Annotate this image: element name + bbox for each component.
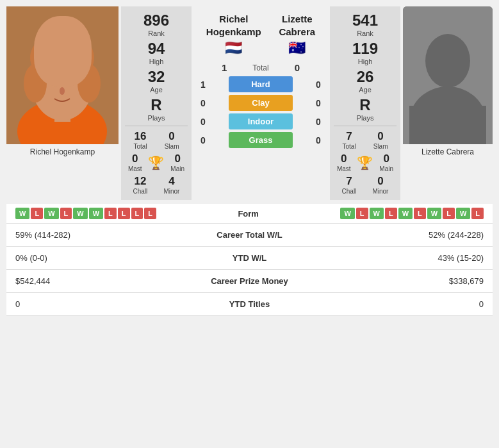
form-badge-w: W (370, 208, 384, 219)
left-form-badges: WLWLWWLLLL (15, 208, 156, 219)
form-badge-l: L (131, 208, 143, 219)
surface-button-grass[interactable]: Grass (229, 132, 293, 148)
surface-btn-wrap: Clay (212, 95, 309, 111)
left-high-label: High (125, 58, 188, 65)
total-left-num: 1 (222, 62, 227, 73)
surface-right-score: 0 (309, 98, 327, 108)
right-main-block: 0 Main (379, 153, 393, 172)
right-chall-label: Chall (342, 188, 357, 195)
stats-right-value: 0 (345, 293, 493, 316)
left-mast-label: Mast (128, 165, 142, 172)
right-total-block: 7 Total (343, 130, 356, 150)
form-badge-l: L (356, 208, 368, 219)
left-player-photo (6, 6, 119, 144)
surface-button-indoor[interactable]: Indoor (229, 113, 293, 129)
svg-point-9 (67, 79, 76, 85)
left-high-block: 94 High (125, 40, 188, 65)
right-player-header-name: Lizette Cabrera (279, 13, 315, 38)
right-minor-label: Minor (372, 188, 388, 195)
stats-table: 59% (414-282) Career Total W/L 52% (244-… (6, 224, 493, 316)
stats-table-row: $542,444 Career Prize Money $338,679 (6, 270, 493, 293)
surface-table: 1 Hard 0 0 Clay 0 0 Indoor 0 0 Grass 0 (194, 76, 327, 151)
right-age-block: 26 Age (334, 68, 397, 94)
left-plays-label: Plays (125, 114, 188, 122)
left-rank-value: 896 (125, 12, 188, 29)
form-badge-l: L (31, 208, 43, 219)
surface-btn-wrap: Hard (212, 76, 309, 92)
total-center-label: Total (252, 63, 268, 72)
right-player-name-below: Lizette Cabrera (403, 144, 493, 156)
left-player-photo-col: Richel Hogenkamp (6, 6, 119, 200)
left-mast-value: 0 (128, 153, 142, 165)
right-total-slam-row: 7 Total 0 Slam (334, 130, 397, 150)
stats-left-value: 0 (6, 293, 154, 316)
surface-btn-wrap: Grass (212, 132, 309, 148)
right-form-badges: WLWLWLWLWL (340, 208, 484, 219)
left-total-slam-row: 16 Total 0 Slam (125, 130, 188, 150)
form-badge-w: W (73, 208, 87, 219)
left-mast-block: 0 Mast (128, 153, 142, 172)
left-player-header: Richel Hogenkamp 🇳🇱 (206, 13, 261, 56)
left-chall-block: 12 Chall (133, 175, 148, 195)
left-slam-label: Slam (165, 143, 179, 150)
form-badge-w: W (44, 208, 58, 219)
left-player-flag: 🇳🇱 (206, 40, 261, 56)
surface-right-score: 0 (309, 117, 327, 127)
form-badge-w: W (340, 208, 354, 219)
left-chall-label: Chall (133, 188, 148, 195)
right-plays-label: Plays (334, 114, 397, 122)
right-player-svg (403, 6, 493, 144)
stats-table-row: 0 YTD Titles 0 (6, 293, 493, 316)
surface-row-hard: 1 Hard 0 (194, 76, 327, 92)
left-main-label: Main (170, 165, 184, 172)
right-chall-block: 7 Chall (342, 175, 357, 195)
form-badge-w: W (398, 208, 413, 219)
right-rank-label: Rank (334, 29, 397, 37)
right-rank-value: 541 (334, 12, 397, 29)
surface-button-clay[interactable]: Clay (229, 95, 293, 111)
left-slam-block: 0 Slam (165, 130, 179, 150)
surface-left-score: 1 (194, 79, 212, 90)
right-trophy-icon: 🏆 (357, 155, 373, 170)
surface-row-clay: 0 Clay 0 (194, 95, 327, 111)
left-player-name-below: Richel Hogenkamp (6, 144, 119, 156)
form-badge-l: L (144, 208, 156, 219)
left-main-block: 0 Main (170, 153, 184, 172)
form-badge-l: L (443, 208, 455, 219)
bottom-section: WLWLWWLLLL Form WLWLWLWLWL 59% (414-282)… (6, 204, 493, 316)
left-age-value: 32 (125, 68, 188, 86)
surface-button-hard[interactable]: Hard (229, 76, 293, 92)
right-age-label: Age (334, 86, 397, 94)
form-badge-l: L (60, 208, 72, 219)
svg-point-6 (24, 64, 47, 103)
main-container: Richel Hogenkamp 896 Rank 94 High 32 Age… (0, 0, 499, 322)
right-total-label: Total (343, 143, 356, 150)
right-main-value: 0 (379, 153, 393, 165)
stats-left-value: 59% (414-282) (6, 224, 154, 247)
surface-left-score: 0 (194, 98, 212, 108)
right-minor-value: 0 (372, 175, 388, 188)
svg-point-8 (48, 79, 57, 85)
svg-rect-16 (409, 106, 486, 144)
stats-left-value: 0% (0-0) (6, 247, 154, 270)
right-age-value: 26 (334, 68, 397, 86)
form-badge-w: W (456, 208, 470, 219)
left-high-value: 94 (125, 40, 188, 58)
surface-right-score: 0 (309, 79, 327, 90)
form-badge-w: W (89, 208, 103, 219)
stats-table-row: 0% (0-0) YTD W/L 43% (15-20) (6, 247, 493, 270)
right-high-value: 119 (334, 40, 397, 58)
svg-point-11 (70, 80, 74, 84)
right-mast-label: Mast (337, 165, 351, 172)
stats-center-label: YTD Titles (154, 293, 345, 316)
right-mast-value: 0 (337, 153, 351, 165)
left-trophy-icon: 🏆 (148, 155, 164, 170)
left-player-svg (6, 6, 119, 144)
player-comparison-section: Richel Hogenkamp 896 Rank 94 High 32 Age… (6, 6, 493, 200)
right-slam-label: Slam (373, 143, 388, 150)
surface-btn-wrap: Indoor (212, 113, 309, 129)
right-plays-value: R (334, 96, 397, 114)
surface-right-score: 0 (309, 135, 327, 145)
svg-point-12 (60, 87, 65, 95)
total-right-num: 0 (295, 62, 300, 73)
